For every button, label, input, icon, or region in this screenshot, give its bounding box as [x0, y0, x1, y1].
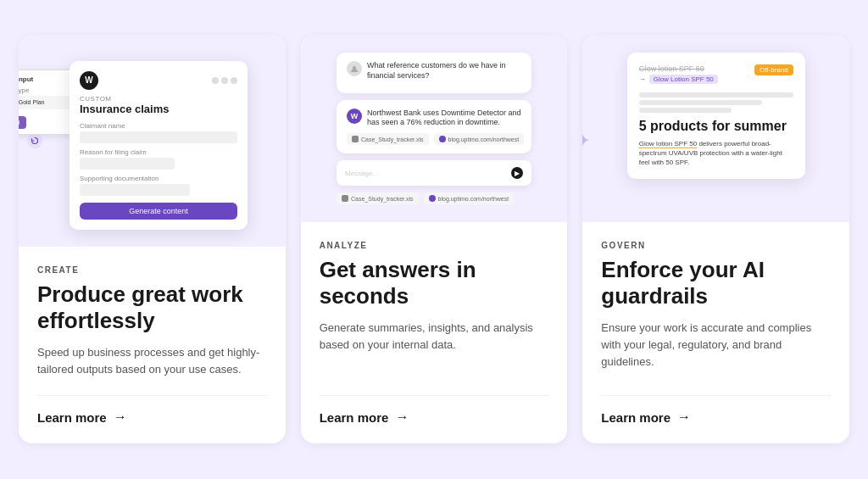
window-control-dot [231, 77, 237, 84]
app-logo: W [80, 71, 98, 90]
analyze-description: Generate summaries, insights, and analys… [320, 320, 549, 378]
create-divider [37, 395, 267, 396]
analyze-learn-more[interactable]: Learn more → [320, 409, 549, 425]
highlighted-product: Glow lotion SPF 50 [639, 140, 697, 148]
bottom-source-2: blog.uptimo.com/northwest [424, 192, 515, 204]
field-input-3 [80, 184, 190, 196]
corrected-product: → Glow Lotion SPF 50 [639, 75, 793, 84]
field-input-2 [80, 158, 175, 170]
create-card-content: CREATE Produce great work effortlessly S… [19, 247, 286, 444]
govern-category: GOVERN [601, 241, 831, 250]
create-description: Speed up business processes and get high… [37, 344, 267, 378]
analyze-headline: Get answers in seconds [320, 257, 549, 309]
field-label-2: Reason for filing claim [80, 148, 237, 156]
analyze-card: What reference customers do we have in f… [301, 36, 568, 444]
question-text: What reference customers do we have in f… [367, 61, 521, 81]
govern-arrow: → [677, 409, 691, 425]
answer-bubble: W Northwest Bank uses Downtime Detector … [337, 100, 531, 153]
off-brand-badge: Off-brand [754, 64, 793, 75]
window-header: W [80, 71, 237, 90]
govern-illustration: ✦ Off-brand Glow lotion SPF 50 → Glow Lo… [582, 36, 849, 222]
input-placeholder: Message... [345, 170, 378, 177]
send-button[interactable]: ▶ [511, 167, 523, 179]
create-illustration: New input Plan type PPO Gold Plan ▾ Add … [19, 36, 286, 247]
analyze-category: ANALYZE [320, 241, 549, 250]
features-section: New input Plan type PPO Gold Plan ▾ Add … [19, 36, 849, 444]
bottom-source-icon-2 [429, 195, 436, 202]
doc-lines [639, 92, 793, 113]
custom-badge: CUSTOM [80, 95, 237, 103]
govern-document: Off-brand Glow lotion SPF 50 → Glow Loti… [627, 53, 805, 180]
ai-avatar: W [347, 109, 362, 124]
create-headline: Produce great work effortlessly [37, 281, 267, 334]
window-title: Insurance claims [80, 103, 237, 115]
create-learn-more[interactable]: Learn more → [37, 409, 267, 425]
answer-sources: Case_Study_tracker.xls blog.uptimo.com/n… [347, 133, 521, 145]
govern-card: ✦ Off-brand Glow lotion SPF 50 → Glow Lo… [582, 36, 849, 444]
analyze-divider [320, 395, 549, 396]
source-icon-2 [439, 136, 446, 142]
insurance-window: W CUSTOM Insurance claims Claimant name … [70, 61, 248, 230]
analyze-arrow: → [395, 409, 409, 425]
govern-card-content: GOVERN Enforce your AI guardrails Ensure… [582, 222, 849, 444]
analyze-card-content: ANALYZE Get answers in seconds Generate … [301, 222, 568, 444]
star-decoration: ✦ [582, 129, 591, 153]
source-icon-1 [352, 136, 359, 142]
generate-button[interactable]: Generate content [80, 203, 237, 220]
govern-headline: Enforce your AI guardrails [601, 257, 831, 309]
analyze-illustration: What reference customers do we have in f… [301, 36, 568, 222]
bottom-source-1: Case_Study_tracker.xls [337, 192, 419, 204]
field-label-1: Claimant name [80, 122, 237, 130]
field-input-1 [80, 131, 237, 143]
govern-divider [601, 395, 831, 396]
answer-header: W Northwest Bank uses Downtime Detector … [347, 109, 521, 128]
doc-line [639, 100, 763, 105]
field-label-3: Supporting documentation [80, 175, 237, 182]
question-bubble: What reference customers do we have in f… [337, 53, 531, 92]
refresh-icon [27, 133, 42, 148]
doc-body: Glow lotion SPF 50 delivers powerful bro… [639, 139, 793, 168]
user-avatar [347, 61, 362, 76]
govern-learn-more[interactable]: Learn more → [601, 409, 831, 425]
question-header: What reference customers do we have in f… [347, 61, 521, 81]
create-arrow: → [114, 409, 127, 425]
bottom-sources: Case_Study_tracker.xls blog.uptimo.com/n… [337, 192, 531, 204]
window-controls [212, 77, 237, 84]
doc-line [639, 92, 793, 97]
source-chip-1: Case_Study_tracker.xls [347, 133, 429, 145]
answer-text: Northwest Bank uses Downtime Detector an… [367, 109, 521, 128]
create-card: New input Plan type PPO Gold Plan ▾ Add … [19, 36, 286, 444]
govern-description: Ensure your work is accurate and complie… [601, 320, 831, 378]
bottom-source-icon-1 [342, 195, 348, 202]
chat-input[interactable]: Message... ▶ [337, 160, 531, 186]
doc-line [639, 108, 732, 113]
create-category: CREATE [37, 265, 267, 275]
doc-title: 5 products for summer [639, 118, 793, 134]
add-button[interactable]: Add [19, 116, 26, 129]
window-control-dot [221, 77, 228, 84]
source-chip-2: blog.uptimo.com/northwest [434, 133, 525, 145]
window-control-dot [212, 77, 219, 84]
